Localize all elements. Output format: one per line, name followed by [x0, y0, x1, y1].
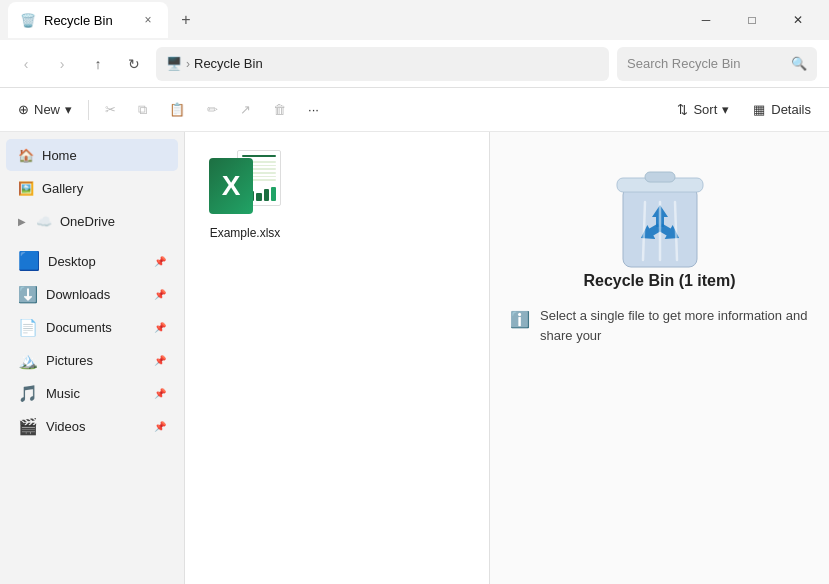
cut-icon: ✂	[105, 102, 116, 117]
sidebar-item-onedrive[interactable]: ▶ ☁️ OneDrive	[6, 205, 178, 237]
share-icon: ↗	[240, 102, 251, 117]
sort-caret-icon: ▾	[722, 102, 729, 117]
sidebar-label-gallery: Gallery	[42, 181, 83, 196]
sidebar-label-music: Music	[46, 386, 80, 401]
info-icon: ℹ️	[510, 308, 530, 332]
browser-tab[interactable]: 🗑️ Recycle Bin ×	[8, 2, 168, 38]
sidebar-item-pictures[interactable]: 🏔️ Pictures 📌	[6, 344, 178, 376]
toolbar: ⊕ New ▾ ✂ ⧉ 📋 ✏ ↗ 🗑 ··· ⇅ Sort ▾ ▦ Detai…	[0, 88, 829, 132]
breadcrumb-current: Recycle Bin	[194, 56, 263, 71]
close-tab-button[interactable]: ×	[140, 12, 156, 28]
pictures-icon: 🏔️	[18, 351, 38, 370]
copy-icon: ⧉	[138, 102, 147, 118]
pin-icon-downloads: 📌	[154, 289, 166, 300]
sidebar-label-documents: Documents	[46, 320, 112, 335]
sidebar-label-videos: Videos	[46, 419, 86, 434]
breadcrumb[interactable]: 🖥️ › Recycle Bin	[156, 47, 609, 81]
details-icon: ▦	[753, 102, 765, 117]
paste-icon: 📋	[169, 102, 185, 117]
cut-button[interactable]: ✂	[95, 94, 126, 126]
gallery-icon: 🖼️	[18, 181, 34, 196]
home-icon: 🏠	[18, 148, 34, 163]
toolbar-separator	[88, 100, 89, 120]
new-tab-button[interactable]: +	[172, 6, 200, 34]
sidebar-item-desktop[interactable]: 🟦 Desktop 📌	[6, 245, 178, 277]
pin-icon-documents: 📌	[154, 322, 166, 333]
search-box[interactable]: Search Recycle Bin 🔍	[617, 47, 817, 81]
sort-label: Sort	[693, 102, 717, 117]
excel-x-letter: X	[222, 170, 241, 202]
delete-icon: 🗑	[273, 102, 286, 117]
preview-info: ℹ️ Select a single file to get more info…	[510, 306, 809, 345]
window-controls: ─ □ ✕	[683, 4, 821, 36]
maximize-button[interactable]: □	[729, 4, 775, 36]
toolbar-right: ⇅ Sort ▾ ▦ Details	[667, 94, 821, 126]
sort-icon: ⇅	[677, 102, 688, 117]
file-item-example-xlsx[interactable]: X Example.xlsx	[195, 142, 295, 248]
sidebar-item-documents[interactable]: 📄 Documents 📌	[6, 311, 178, 343]
tab-icon: 🗑️	[20, 13, 36, 28]
sort-button[interactable]: ⇅ Sort ▾	[667, 94, 739, 126]
videos-icon: 🎬	[18, 417, 38, 436]
pin-icon: 📌	[154, 256, 166, 267]
delete-button[interactable]: 🗑	[263, 94, 296, 126]
up-button[interactable]: ↑	[84, 50, 112, 78]
copy-button[interactable]: ⧉	[128, 94, 157, 126]
search-icon: 🔍	[791, 56, 807, 71]
file-name-label: Example.xlsx	[210, 226, 281, 240]
more-icon: ···	[308, 102, 319, 117]
desktop-icon: 🖥️	[166, 56, 182, 71]
share-button[interactable]: ↗	[230, 94, 261, 126]
pin-icon-pictures: 📌	[154, 355, 166, 366]
breadcrumb-separator: ›	[186, 57, 190, 71]
paste-button[interactable]: 📋	[159, 94, 195, 126]
desktop-folder-icon: 🟦	[18, 250, 40, 272]
expand-icon: ▶	[18, 216, 26, 227]
documents-icon: 📄	[18, 318, 38, 337]
preview-panel: Recycle Bin (1 item) ℹ️ Select a single …	[489, 132, 829, 584]
more-button[interactable]: ···	[298, 94, 329, 126]
preview-info-text: Select a single file to get more informa…	[540, 306, 809, 345]
new-caret-icon: ▾	[65, 102, 72, 117]
search-placeholder: Search Recycle Bin	[627, 56, 740, 71]
onedrive-icon: ☁️	[36, 214, 52, 229]
refresh-button[interactable]: ↻	[120, 50, 148, 78]
minimize-button[interactable]: ─	[683, 4, 729, 36]
details-button[interactable]: ▦ Details	[743, 97, 821, 122]
excel-file-icon: X	[209, 150, 281, 222]
preview-title: Recycle Bin (1 item)	[583, 272, 735, 290]
sidebar-label-desktop: Desktop	[48, 254, 96, 269]
titlebar: 🗑️ Recycle Bin × + ─ □ ✕	[0, 0, 829, 40]
file-area: X Example.xlsx	[185, 132, 489, 584]
addressbar: ‹ › ↑ ↻ 🖥️ › Recycle Bin Search Recycle …	[0, 40, 829, 88]
back-button[interactable]: ‹	[12, 50, 40, 78]
sidebar: 🏠 Home 🖼️ Gallery ▶ ☁️ OneDrive 🟦 Deskto…	[0, 132, 185, 584]
new-button[interactable]: ⊕ New ▾	[8, 94, 82, 126]
sidebar-label-downloads: Downloads	[46, 287, 110, 302]
new-label: New	[34, 102, 60, 117]
sidebar-item-music[interactable]: 🎵 Music 📌	[6, 377, 178, 409]
sidebar-label-pictures: Pictures	[46, 353, 93, 368]
downloads-icon: ⬇️	[18, 285, 38, 304]
recycle-bin-preview-icon	[605, 152, 715, 272]
rename-button[interactable]: ✏	[197, 94, 228, 126]
pin-icon-videos: 📌	[154, 421, 166, 432]
sidebar-label-home: Home	[42, 148, 77, 163]
details-label: Details	[771, 102, 811, 117]
svg-rect-2	[645, 172, 675, 182]
main-area: 🏠 Home 🖼️ Gallery ▶ ☁️ OneDrive 🟦 Deskto…	[0, 132, 829, 584]
forward-button[interactable]: ›	[48, 50, 76, 78]
sidebar-label-onedrive: OneDrive	[60, 214, 115, 229]
rename-icon: ✏	[207, 102, 218, 117]
close-button[interactable]: ✕	[775, 4, 821, 36]
sidebar-item-gallery[interactable]: 🖼️ Gallery	[6, 172, 178, 204]
sidebar-item-videos[interactable]: 🎬 Videos 📌	[6, 410, 178, 442]
new-plus-icon: ⊕	[18, 102, 29, 117]
tab-title: Recycle Bin	[44, 13, 113, 28]
pin-icon-music: 📌	[154, 388, 166, 399]
sidebar-item-downloads[interactable]: ⬇️ Downloads 📌	[6, 278, 178, 310]
sidebar-item-home[interactable]: 🏠 Home	[6, 139, 178, 171]
music-icon: 🎵	[18, 384, 38, 403]
